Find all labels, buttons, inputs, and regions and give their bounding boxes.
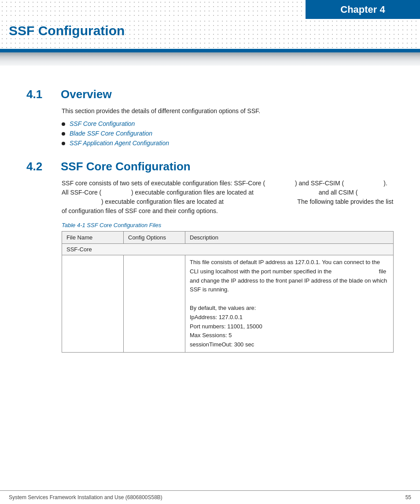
col-header-config: Config Options <box>124 232 185 244</box>
bullet-icon <box>62 132 65 136</box>
table-group-row: SSF-Core <box>62 244 394 255</box>
link-blade-ssf-config[interactable]: Blade SSF Core Configuration <box>70 130 152 137</box>
section-42-body: SSF core consists of two sets of executa… <box>62 179 394 216</box>
cell-description: This file consists of default IP address… <box>185 255 394 353</box>
cell-filename <box>62 255 124 353</box>
section-41-bullets: SSF Core Configuration Blade SSF Core Co… <box>62 120 394 147</box>
col-header-filename: File Name <box>62 232 124 244</box>
col-header-description: Description <box>185 232 394 244</box>
gray-gradient-band <box>0 52 420 66</box>
section-41-header: 4.1 Overview <box>26 88 394 101</box>
section-42-title: SSF Core Configuration <box>61 160 191 173</box>
title-dots-row <box>0 41 420 49</box>
footer-page-number: 55 <box>405 494 411 500</box>
group-row-label: SSF-Core <box>62 244 394 255</box>
section-42-number: 4.2 <box>26 160 53 173</box>
cell-config-options <box>124 255 185 353</box>
section-41-number: 4.1 <box>26 88 53 101</box>
blue-bar <box>0 49 420 52</box>
list-item: SSF Core Configuration <box>62 120 394 127</box>
page-title: SSF Configuration <box>9 23 411 38</box>
link-ssf-core-config[interactable]: SSF Core Configuration <box>70 120 135 127</box>
list-item: SSF Application Agent Configuration <box>62 140 394 147</box>
bullet-icon <box>62 142 65 145</box>
link-ssf-app-agent-config[interactable]: SSF Application Agent Configuration <box>70 140 169 147</box>
table-caption: Table 4-1 SSF Core Configuration Files <box>62 222 394 228</box>
section-41-intro: This section provides the details of dif… <box>62 107 394 116</box>
list-item: Blade SSF Core Configuration <box>62 130 394 137</box>
bullet-icon <box>62 122 65 126</box>
config-table: File Name Config Options Description SSF… <box>62 231 394 353</box>
table-row: This file consists of default IP address… <box>62 255 394 353</box>
main-content: 4.1 Overview This section provides the d… <box>0 66 420 361</box>
section-42-header: 4.2 SSF Core Configuration <box>26 160 394 173</box>
chapter-badge: Chapter 4 <box>306 0 420 19</box>
footer-left-text: System Services Framework Installation a… <box>9 494 162 500</box>
table-header-row: File Name Config Options Description <box>62 232 394 244</box>
section-41-title: Overview <box>61 88 112 101</box>
page-footer: System Services Framework Installation a… <box>0 490 420 504</box>
